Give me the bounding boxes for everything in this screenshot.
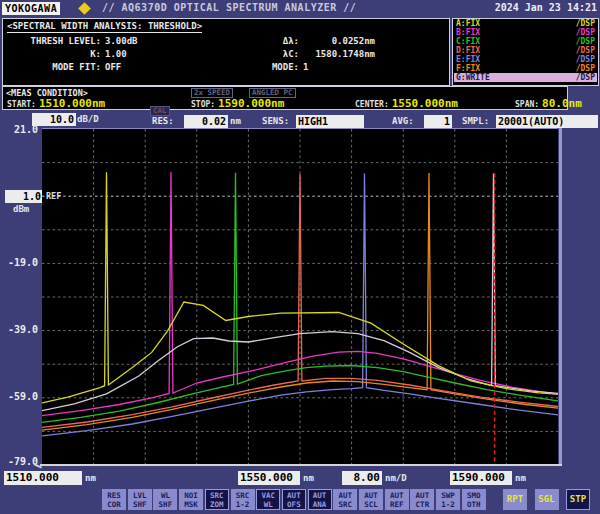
avg-field[interactable]: 1 xyxy=(424,115,452,128)
analysis-panel-title: <SPECTRAL WIDTH ANALYSIS: THRESHOLD> xyxy=(7,21,202,33)
trace-row-b: B:FIX/DSP xyxy=(454,28,597,37)
meas-field-span: SPAN:80.0nm xyxy=(515,97,582,110)
analysis-l2-row2: MODE: xyxy=(217,61,303,74)
toolbar-button-wl-shf[interactable]: WLSHF xyxy=(153,489,177,510)
spectrum-plot-svg xyxy=(42,129,558,465)
xaxis-center-group: 1550.000 nm xyxy=(238,471,314,485)
yokogawa-diamond-icon xyxy=(78,2,91,15)
toolbar-button-line: OTH xyxy=(463,501,485,510)
analysis-panel: <SPECTRAL WIDTH ANALYSIS: THRESHOLD> THR… xyxy=(2,18,450,86)
center-wavelength-field[interactable]: 1550.000 xyxy=(238,471,300,485)
analysis-l1-row2: MODE FIT: xyxy=(7,61,105,74)
analysis-v1-row0: 3.00dB xyxy=(105,35,217,48)
toolbar-button-res-cor[interactable]: RESCOR xyxy=(102,489,126,510)
trace-row-a: A:FIX/DSP xyxy=(454,19,597,28)
toolbar-button-line: ZOM xyxy=(206,501,228,510)
sens-label: SENS: xyxy=(262,115,289,128)
toolbar-button-noi-msk[interactable]: NOIMSK xyxy=(179,489,203,510)
meas-field-start: START:1510.000nm xyxy=(7,97,105,110)
meas-field-value: 1590.000nm xyxy=(218,97,284,110)
toolbar-button-src-zom[interactable]: SRCZOM xyxy=(205,489,229,510)
toolbar-button-line: CTR xyxy=(411,501,433,510)
toolbar-button-aut-ofs[interactable]: AUTOFS xyxy=(282,489,306,510)
meas-field-label: START: xyxy=(7,100,36,109)
xaxis-scale-group: 8.00 nm/D xyxy=(342,471,407,485)
trace-dsp-label: /DSP xyxy=(576,46,595,55)
analysis-l1-row0: THRESH LEVEL: xyxy=(7,35,105,48)
toolbar-button-aut-src[interactable]: AUTSRC xyxy=(333,489,357,510)
toolbar-button-line: SRC xyxy=(334,501,356,510)
toolbar-button-lvl-shf[interactable]: LVLSHF xyxy=(128,489,152,510)
analysis-v2-row2: 1 xyxy=(303,61,375,74)
trace-row-f: F:FIX/DSP xyxy=(454,64,597,73)
analysis-v1-row2: OFF xyxy=(105,61,217,74)
smpl-field[interactable]: 20001(AUTO) xyxy=(496,115,598,128)
yaxis-label-bottom: -79.0 xyxy=(2,456,38,467)
meas-field-value: 80.0nm xyxy=(542,97,582,110)
trace-dsp-label: /DSP xyxy=(576,73,595,82)
yaxis-label-m59: -59.0 xyxy=(2,391,38,402)
trace-dsp-label: /DSP xyxy=(576,64,595,73)
toolbar-button-smo-oth[interactable]: SMOOTH xyxy=(462,489,486,510)
osa-screen: YOKOGAWA // AQ6370D OPTICAL SPECTRUM ANA… xyxy=(0,0,600,514)
meas-field-label: STOP: xyxy=(191,100,215,109)
toolbar-button-sgl[interactable]: SGL xyxy=(535,489,559,510)
analysis-v1-row1: 1.00 xyxy=(105,48,217,61)
toolbar-button-line: SHF xyxy=(129,501,151,510)
xaxis-start-group: 1510.000 nm xyxy=(4,471,96,485)
toolbar-button-line: WL xyxy=(257,501,279,510)
meas-condition-panel: <MEAS CONDITION> 2x SPEED ANGLED PC STAR… xyxy=(2,86,568,110)
page-title: // AQ6370D OPTICAL SPECTRUM ANALYZER // xyxy=(102,2,356,13)
trace-label: F:FIX xyxy=(456,64,480,73)
toolbar-button-line: REF xyxy=(386,501,408,510)
stop-wavelength-field[interactable]: 1590.000 xyxy=(450,471,512,485)
sens-field[interactable]: HIGH1 xyxy=(296,115,364,128)
start-wavelength-unit: nm xyxy=(85,473,96,483)
smpl-label: SMPL: xyxy=(462,115,489,128)
toolbar-button-line: RPT xyxy=(504,491,526,507)
level-scale-field[interactable]: 10.0 xyxy=(32,113,76,126)
trace-status-panel: A:FIX/DSPB:FIX/DSPC:FIX/DSPD:FIX/DSPE:FI… xyxy=(452,18,599,86)
datetime-display: 2024 Jan 23 14:21 xyxy=(495,2,597,13)
toolbar-button-rpt[interactable]: RPT xyxy=(503,489,527,510)
start-wavelength-field[interactable]: 1510.000 xyxy=(4,471,82,485)
res-field[interactable]: 0.02 xyxy=(184,115,228,128)
yokogawa-logo: YOKOGAWA xyxy=(2,2,60,15)
wavelength-scale-field[interactable]: 8.00 xyxy=(342,471,382,485)
meas-field-label: CENTER: xyxy=(355,100,389,109)
meas-field-value: 1510.000nm xyxy=(39,97,105,110)
ref-level-field[interactable]: 1.0 xyxy=(5,190,43,203)
trace-row-g: G:WRITE/DSP xyxy=(454,73,597,82)
toolbar-button-line: OFS xyxy=(283,501,305,510)
toolbar-button-src-1-2[interactable]: SRC1-2 xyxy=(231,489,255,510)
trace-row-e: E:FIX/DSP xyxy=(454,55,597,64)
toolbar-button-line: ANA xyxy=(309,501,331,510)
toolbar-button-line: 1-2 xyxy=(437,501,459,510)
toolbar-button-line: 1-2 xyxy=(232,501,254,510)
toolbar-button-vac-wl[interactable]: VACWL xyxy=(256,489,280,510)
toolbar-button-line: STP xyxy=(567,491,589,507)
trace-label: B:FIX xyxy=(456,28,480,37)
analysis-v2-row0: 0.0252nm xyxy=(303,35,375,48)
trace-label: G:WRITE xyxy=(456,73,490,82)
analysis-l2-row1: λC: xyxy=(217,48,303,61)
trace-dsp-label: /DSP xyxy=(576,55,595,64)
x-axis-line xyxy=(40,464,562,466)
toolbar-button-aut-ana[interactable]: AUTANA xyxy=(308,489,332,510)
toolbar-button-swp-1-2[interactable]: SWP1-2 xyxy=(436,489,460,510)
stop-wavelength-unit: nm xyxy=(515,473,526,483)
spectrum-plot xyxy=(42,128,558,465)
trace-dsp-label: /DSP xyxy=(576,19,595,28)
toolbar-button-aut-ref[interactable]: AUTREF xyxy=(385,489,409,510)
toolbar-button-aut-ctr[interactable]: AUTCTR xyxy=(410,489,434,510)
trace-label: A:FIX xyxy=(456,19,480,28)
yaxis-label-m19: -19.0 xyxy=(2,257,38,268)
trace-row-d: D:FIX/DSP xyxy=(454,46,597,55)
trace-dsp-label: /DSP xyxy=(576,28,595,37)
meas-field-center: CENTER:1550.000nm xyxy=(355,97,458,110)
toolbar-button-aut-scl[interactable]: AUTSCL xyxy=(359,489,383,510)
toolbar-button-stp[interactable]: STP xyxy=(566,489,590,510)
yaxis-label-m39: -39.0 xyxy=(2,324,38,335)
trace-label: E:FIX xyxy=(456,55,480,64)
meas-field-stop: STOP:1590.000nm xyxy=(191,97,284,110)
